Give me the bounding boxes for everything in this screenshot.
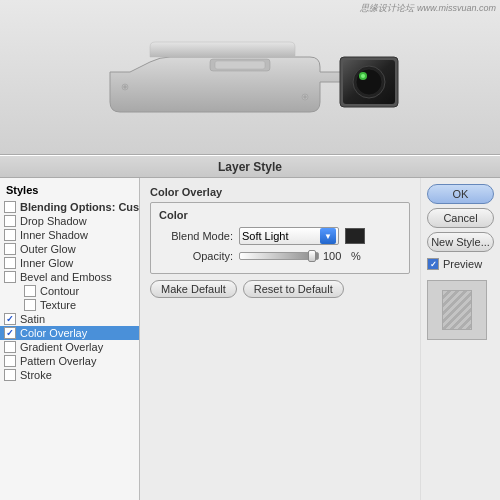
make-default-button[interactable]: Make Default <box>150 280 237 298</box>
opacity-percent: % <box>351 250 361 262</box>
preview-checkbox[interactable] <box>427 258 439 270</box>
label-inner-shadow: Inner Shadow <box>20 229 88 241</box>
checkbox-inner-glow[interactable] <box>4 257 16 269</box>
sidebar-item-bevel-emboss[interactable]: Bevel and Emboss <box>0 270 139 284</box>
opacity-slider-thumb[interactable] <box>308 250 316 262</box>
checkbox-contour[interactable] <box>24 285 36 297</box>
sidebar-item-stroke[interactable]: Stroke <box>0 368 139 382</box>
options-panel: Color Overlay Color Blend Mode: Soft Lig… <box>140 178 420 500</box>
checkbox-blending-options[interactable] <box>4 201 16 213</box>
preview-label: Preview <box>443 258 482 270</box>
styles-list: Blending Options: CustomDrop ShadowInner… <box>0 200 139 382</box>
sidebar-item-outer-glow[interactable]: Outer Glow <box>0 242 139 256</box>
label-drop-shadow: Drop Shadow <box>20 215 87 227</box>
opacity-value: 100 <box>323 250 347 262</box>
checkbox-texture[interactable] <box>24 299 36 311</box>
color-section-box: Color Blend Mode: Soft Light ▼ Opacity: <box>150 202 410 274</box>
opacity-slider-container: 100 % <box>239 250 361 262</box>
preview-thumb-inner <box>442 290 472 330</box>
blend-mode-value: Soft Light <box>242 230 320 242</box>
blend-mode-label: Blend Mode: <box>159 230 239 242</box>
camera-image <box>90 27 410 127</box>
checkbox-pattern-overlay[interactable] <box>4 355 16 367</box>
blend-mode-row: Blend Mode: Soft Light ▼ <box>159 227 401 245</box>
checkbox-inner-shadow[interactable] <box>4 229 16 241</box>
label-inner-glow: Inner Glow <box>20 257 73 269</box>
layer-style-dialog: Layer Style Styles Blending Options: Cus… <box>0 155 500 500</box>
sidebar-item-texture[interactable]: Texture <box>0 298 139 312</box>
sidebar-item-drop-shadow[interactable]: Drop Shadow <box>0 214 139 228</box>
svg-rect-1 <box>215 61 265 69</box>
sidebar-item-inner-shadow[interactable]: Inner Shadow <box>0 228 139 242</box>
opacity-label: Opacity: <box>159 250 239 262</box>
blend-mode-select[interactable]: Soft Light ▼ <box>239 227 339 245</box>
image-area: 思缘设计论坛 www.missvuan.com <box>0 0 500 155</box>
sidebar-item-satin[interactable]: Satin <box>0 312 139 326</box>
preview-row: Preview <box>427 256 494 272</box>
label-satin: Satin <box>20 313 45 325</box>
sidebar-item-contour[interactable]: Contour <box>0 284 139 298</box>
checkbox-gradient-overlay[interactable] <box>4 341 16 353</box>
sidebar-item-inner-glow[interactable]: Inner Glow <box>0 256 139 270</box>
label-blending-options: Blending Options: Custom <box>20 201 140 213</box>
color-swatch[interactable] <box>345 228 365 244</box>
default-buttons-row: Make Default Reset to Default <box>150 280 410 298</box>
sidebar-item-pattern-overlay[interactable]: Pattern Overlay <box>0 354 139 368</box>
svg-point-5 <box>356 69 382 95</box>
styles-header: Styles <box>0 182 139 200</box>
dialog-title: Layer Style <box>218 160 282 174</box>
ok-button[interactable]: OK <box>427 184 494 204</box>
checkbox-outer-glow[interactable] <box>4 243 16 255</box>
label-stroke: Stroke <box>20 369 52 381</box>
svg-point-7 <box>361 74 365 78</box>
checkbox-color-overlay[interactable] <box>4 327 16 339</box>
opacity-row: Opacity: 100 % <box>159 250 401 262</box>
dialog-body: Styles Blending Options: CustomDrop Shad… <box>0 178 500 500</box>
new-style-button[interactable]: New Style... <box>427 232 494 252</box>
dialog-titlebar: Layer Style <box>0 156 500 178</box>
label-gradient-overlay: Gradient Overlay <box>20 341 103 353</box>
preview-thumbnail <box>427 280 487 340</box>
blend-mode-arrow-icon[interactable]: ▼ <box>320 228 336 244</box>
sidebar-item-gradient-overlay[interactable]: Gradient Overlay <box>0 340 139 354</box>
color-overlay-title: Color Overlay <box>150 186 410 198</box>
label-color-overlay: Color Overlay <box>20 327 87 339</box>
reset-default-button[interactable]: Reset to Default <box>243 280 344 298</box>
label-texture: Texture <box>40 299 76 311</box>
cancel-button[interactable]: Cancel <box>427 208 494 228</box>
right-panel: OK Cancel New Style... Preview <box>420 178 500 500</box>
label-contour: Contour <box>40 285 79 297</box>
checkbox-bevel-emboss[interactable] <box>4 271 16 283</box>
sidebar-item-blending-options[interactable]: Blending Options: Custom <box>0 200 139 214</box>
sidebar-item-color-overlay[interactable]: Color Overlay <box>0 326 139 340</box>
checkbox-stroke[interactable] <box>4 369 16 381</box>
color-section-title: Color <box>159 209 401 221</box>
opacity-slider[interactable] <box>239 252 319 260</box>
label-outer-glow: Outer Glow <box>20 243 76 255</box>
checkbox-drop-shadow[interactable] <box>4 215 16 227</box>
styles-panel: Styles Blending Options: CustomDrop Shad… <box>0 178 140 500</box>
watermark-text: 思缘设计论坛 www.missvuan.com <box>360 2 496 15</box>
label-bevel-emboss: Bevel and Emboss <box>20 271 112 283</box>
label-pattern-overlay: Pattern Overlay <box>20 355 96 367</box>
checkbox-satin[interactable] <box>4 313 16 325</box>
